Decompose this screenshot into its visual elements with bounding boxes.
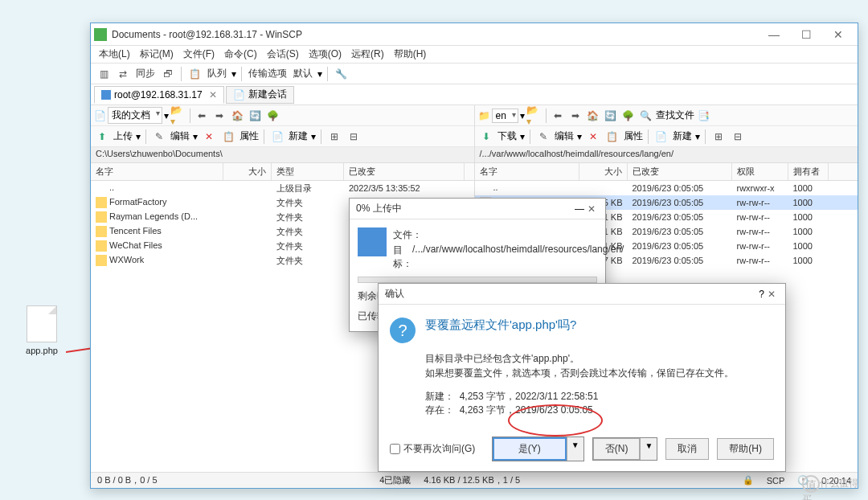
dont-ask-input[interactable]: [390, 444, 400, 454]
tab-new-label: 新建会话: [248, 88, 287, 101]
col-date[interactable]: 已改变: [628, 163, 732, 180]
minus-icon[interactable]: ⊟: [346, 129, 362, 145]
new-icon[interactable]: 📄: [653, 129, 669, 145]
menu-help[interactable]: 帮助(H): [391, 46, 430, 63]
minimize-button[interactable]: —: [758, 23, 790, 46]
remote-path-combo[interactable]: en: [492, 109, 518, 123]
download-icon[interactable]: ⬇: [478, 129, 494, 145]
new-label[interactable]: 新建: [673, 129, 692, 143]
tab-new-session[interactable]: 📄 新建会话: [226, 86, 294, 104]
menu-remote[interactable]: 远程(R): [348, 46, 387, 63]
menu-session[interactable]: 会话(S): [264, 46, 302, 63]
edit-label[interactable]: 编辑: [555, 129, 574, 143]
new-icon[interactable]: 📄: [269, 129, 285, 145]
maximize-button[interactable]: ☐: [790, 23, 822, 46]
col-date[interactable]: 已改变: [344, 163, 465, 180]
dont-ask-label: 不要再次询问(G): [403, 442, 475, 456]
sync-label[interactable]: 同步: [134, 67, 157, 80]
props-label[interactable]: 属性: [240, 129, 259, 143]
bookmark-icon[interactable]: 📑: [696, 108, 712, 124]
sync-browse-icon[interactable]: 🗗: [160, 66, 176, 82]
status-left: 0 B / 0 B，0 / 5: [91, 474, 164, 486]
settings-icon[interactable]: 🔧: [333, 66, 349, 82]
refresh-icon[interactable]: 🔄: [603, 108, 619, 124]
queue-icon[interactable]: 📋: [186, 66, 203, 82]
desktop-file-icon[interactable]: app.php: [23, 305, 61, 355]
confirm-title: 确认: [385, 287, 759, 301]
minimize-icon[interactable]: —: [575, 203, 584, 215]
props-icon[interactable]: 📋: [604, 129, 620, 145]
queue-label[interactable]: 队列: [206, 67, 228, 80]
props-label[interactable]: 属性: [624, 129, 643, 143]
file-label: app.php: [23, 346, 61, 355]
download-label[interactable]: 下载: [497, 129, 517, 143]
no-dropdown[interactable]: ▼: [640, 438, 657, 460]
yes-button[interactable]: 是(Y): [493, 437, 567, 461]
remote-path: /.../var/www/localhost/heimdall/resource…: [475, 147, 858, 163]
plus-icon[interactable]: ⊞: [326, 129, 342, 145]
open-folder-icon[interactable]: 📂▾: [170, 108, 186, 124]
col-size[interactable]: 大小: [579, 163, 628, 180]
menu-local[interactable]: 本地(L): [96, 46, 133, 63]
list-item[interactable]: ..2019/6/23 0:05:05rwxrwxr-x1000: [475, 181, 858, 195]
help-button[interactable]: 帮助(H): [717, 438, 774, 460]
col-owner[interactable]: 拥有者: [788, 163, 829, 180]
col-type[interactable]: 类型: [272, 163, 344, 180]
transfer-label: 传输选项: [247, 67, 289, 80]
up-icon[interactable]: 🏠: [229, 108, 245, 124]
sync-arrows-icon[interactable]: ⇄: [115, 66, 131, 82]
no-button[interactable]: 否(N): [593, 438, 641, 460]
delete-icon[interactable]: ✕: [585, 129, 601, 145]
local-path-combo[interactable]: 我的文档: [108, 107, 162, 124]
panels-icon[interactable]: ▥: [96, 66, 112, 82]
tab-session[interactable]: root@192.168.31.17 ✕: [94, 86, 224, 104]
back-icon[interactable]: ⬅: [194, 108, 210, 124]
cancel-button[interactable]: 取消: [665, 438, 709, 460]
col-name[interactable]: 名字: [475, 163, 579, 180]
props-icon[interactable]: 📋: [220, 129, 236, 145]
close-icon[interactable]: ✕: [584, 203, 599, 215]
list-item[interactable]: ..上级目录2022/3/5 13:35:52: [91, 181, 474, 195]
tree-icon[interactable]: 🌳: [264, 108, 280, 124]
upload-label[interactable]: 上传: [113, 129, 133, 143]
session-tabs: root@192.168.31.17 ✕ 📄 新建会话: [91, 84, 858, 105]
dont-ask-checkbox[interactable]: 不要再次询问(G): [390, 442, 484, 456]
delete-icon[interactable]: ✕: [201, 129, 217, 145]
find-label[interactable]: 查找文件: [656, 109, 694, 122]
menu-command[interactable]: 命令(C): [221, 46, 260, 63]
upload-icon[interactable]: ⬆: [94, 129, 110, 145]
status-hidden: 4已隐藏: [373, 474, 417, 486]
session-icon: [101, 90, 111, 100]
yes-dropdown[interactable]: ▼: [567, 437, 583, 461]
back-icon[interactable]: ⬅: [550, 108, 566, 124]
open-folder-icon[interactable]: 📂▾: [526, 108, 542, 124]
refresh-icon[interactable]: 🔄: [247, 108, 263, 124]
minus-icon[interactable]: ⊟: [730, 129, 746, 145]
edit-label[interactable]: 编辑: [170, 129, 190, 143]
col-perm[interactable]: 权限: [732, 163, 788, 180]
tab-close-icon[interactable]: ✕: [209, 89, 217, 100]
target-value: /.../var/www/localhost/heimdall/resource…: [412, 244, 624, 271]
question-icon: ?: [390, 318, 416, 343]
col-name[interactable]: 名字: [91, 163, 223, 180]
menu-file[interactable]: 文件(F): [180, 46, 218, 63]
edit-icon[interactable]: ✎: [151, 129, 167, 145]
plus-icon[interactable]: ⊞: [710, 129, 727, 145]
fwd-icon[interactable]: ➡: [567, 108, 583, 124]
edit-icon[interactable]: ✎: [535, 129, 551, 145]
new-label[interactable]: 新建: [289, 129, 308, 143]
col-size[interactable]: 大小: [223, 163, 272, 180]
tab-session-label: root@192.168.31.17: [114, 89, 203, 100]
menu-options[interactable]: 选项(O): [305, 46, 345, 63]
tree-icon[interactable]: 🌳: [620, 108, 637, 124]
menu-mark[interactable]: 标记(M): [137, 46, 177, 63]
home-icon[interactable]: 🏠: [585, 108, 601, 124]
close-button[interactable]: ✕: [822, 23, 854, 46]
find-icon[interactable]: 🔍: [638, 108, 654, 124]
new-session-icon: 📄: [233, 89, 245, 100]
default-label[interactable]: 默认: [292, 67, 314, 80]
titlebar[interactable]: Documents - root@192.168.31.17 - WinSCP …: [91, 23, 858, 46]
close-icon[interactable]: ✕: [764, 289, 779, 300]
help-icon[interactable]: ?: [759, 289, 764, 300]
fwd-icon[interactable]: ➡: [211, 108, 227, 124]
